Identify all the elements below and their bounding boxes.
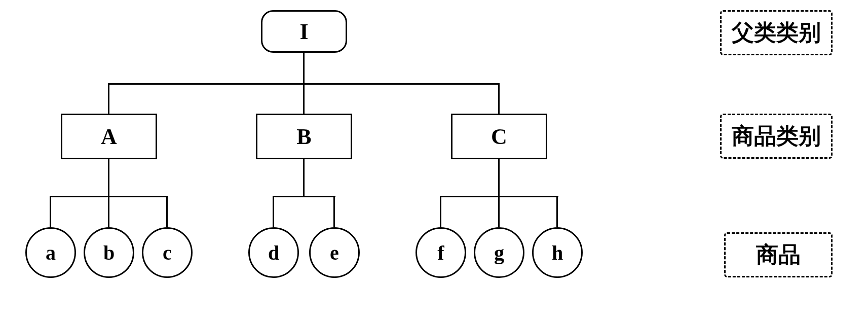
product-node-label: g bbox=[494, 241, 504, 265]
level-label-product: 商品 bbox=[724, 232, 833, 277]
product-node-label: d bbox=[268, 241, 279, 265]
root-node: I bbox=[261, 10, 347, 53]
connector bbox=[108, 159, 109, 196]
connector bbox=[498, 159, 500, 196]
product-node-e: e bbox=[309, 227, 360, 278]
connector bbox=[50, 196, 51, 227]
connector bbox=[108, 83, 109, 114]
category-node-label: A bbox=[101, 124, 117, 150]
level-label-text: 商品 bbox=[756, 242, 801, 267]
category-node-a: A bbox=[61, 114, 157, 159]
connector bbox=[273, 196, 335, 197]
level-label-parent-category: 父类类别 bbox=[720, 10, 833, 55]
product-node-label: f bbox=[437, 241, 444, 265]
product-node-d: d bbox=[248, 227, 299, 278]
category-node-b: B bbox=[256, 114, 352, 159]
connector bbox=[108, 196, 109, 227]
category-node-label: B bbox=[296, 124, 311, 150]
product-node-g: g bbox=[474, 227, 524, 278]
level-labels-column: 父类类别 商品类别 商品 bbox=[681, 0, 833, 317]
product-node-f: f bbox=[416, 227, 466, 278]
connector bbox=[166, 196, 168, 227]
product-node-label: h bbox=[552, 241, 563, 265]
product-node-c: c bbox=[142, 227, 193, 278]
connector bbox=[556, 196, 558, 227]
level-label-product-category: 商品类别 bbox=[720, 114, 833, 159]
product-node-label: b bbox=[103, 241, 115, 265]
connector bbox=[440, 196, 441, 227]
connector bbox=[303, 83, 305, 114]
connector bbox=[303, 159, 305, 196]
root-node-label: I bbox=[299, 19, 308, 45]
connector bbox=[333, 196, 335, 227]
product-node-a: a bbox=[25, 227, 76, 278]
product-node-b: b bbox=[84, 227, 134, 278]
product-node-label: a bbox=[46, 241, 56, 265]
product-node-label: c bbox=[163, 241, 172, 265]
connector bbox=[273, 196, 274, 227]
product-node-label: e bbox=[330, 241, 339, 265]
category-node-label: C bbox=[491, 124, 507, 150]
category-node-c: C bbox=[451, 114, 547, 159]
connector bbox=[498, 83, 500, 114]
tree-diagram: I A B C a b c d e f bbox=[20, 0, 628, 317]
connector bbox=[498, 196, 500, 227]
connector bbox=[303, 53, 305, 83]
level-label-text: 商品类别 bbox=[732, 124, 821, 149]
level-label-text: 父类类别 bbox=[732, 20, 821, 45]
product-node-h: h bbox=[532, 227, 583, 278]
